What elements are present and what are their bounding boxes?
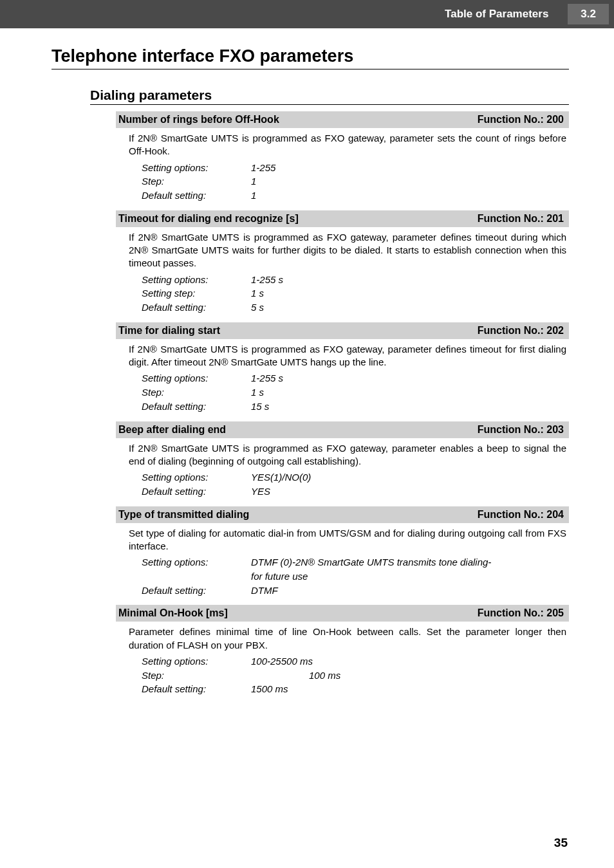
parameter-description: If 2N® SmartGate UMTS is programmed as F… <box>116 132 569 161</box>
parameter-setting-row: Default setting:5 s <box>116 300 569 315</box>
parameter-title: Timeout for dialing end recognize [s] <box>118 213 299 225</box>
setting-value: 1500 ms <box>251 682 569 696</box>
parameter-function-number: Function No.: 204 <box>478 509 564 521</box>
parameter-setting-row: Setting step:1 s <box>116 286 569 300</box>
setting-label: Step: <box>142 174 251 189</box>
parameter-setting-row: Setting options:YES(1)/NO(0) <box>116 470 569 485</box>
parameter-title: Time for dialing start <box>118 325 220 337</box>
setting-value: YES <box>251 485 569 499</box>
parameter-description: Parameter defines minimal time of line O… <box>116 625 569 654</box>
parameter-block: Number of rings before Off-HookFunction … <box>116 111 569 203</box>
setting-value: 1 <box>251 174 569 189</box>
setting-label: Setting options: <box>142 161 251 175</box>
header-bar: Table of Parameters 3.2 <box>0 0 614 28</box>
setting-label: Default setting: <box>142 189 251 203</box>
setting-label: Setting options: <box>142 555 251 569</box>
parameter-setting-row: Default setting:YES <box>116 485 569 499</box>
setting-label: Default setting: <box>142 485 251 499</box>
setting-value-extra: for future use <box>116 569 569 584</box>
parameter-title: Type of transmitted dialing <box>118 509 249 521</box>
setting-label: Default setting: <box>142 300 251 315</box>
setting-label: Setting step: <box>142 286 251 300</box>
parameter-title: Minimal On-Hook [ms] <box>118 607 228 619</box>
parameter-setting-row: Default setting:15 s <box>116 400 569 414</box>
setting-label: Default setting: <box>142 584 251 598</box>
parameter-header: Time for dialing startFunction No.: 202 <box>116 322 569 339</box>
parameter-setting-row: Setting options:DTMF (0)-2N® SmartGate U… <box>116 555 569 569</box>
setting-value: 1 s <box>251 286 569 300</box>
parameter-block: Minimal On-Hook [ms]Function No.: 205Par… <box>116 605 569 696</box>
setting-label: Step: <box>142 385 251 400</box>
setting-value: 1-255 s <box>251 371 569 385</box>
parameter-description: If 2N® SmartGate UMTS is programmed as F… <box>116 343 569 372</box>
parameter-header: Minimal On-Hook [ms]Function No.: 205 <box>116 605 569 622</box>
setting-value: 15 s <box>251 400 569 414</box>
setting-value: DTMF (0)-2N® SmartGate UMTS transmits to… <box>251 555 569 569</box>
parameter-function-number: Function No.: 200 <box>478 114 564 125</box>
setting-label: Setting options: <box>142 654 251 669</box>
setting-value: YES(1)/NO(0) <box>251 470 569 485</box>
setting-value: 1 <box>251 189 569 203</box>
setting-label: Setting options: <box>142 273 251 287</box>
page-number: 35 <box>554 836 568 850</box>
setting-label: Step: <box>142 669 251 683</box>
parameter-setting-row: Setting options:1-255 s <box>116 371 569 385</box>
setting-value: 1-255 s <box>251 273 569 287</box>
parameter-setting-row: Step:1 s <box>116 385 569 400</box>
parameter-description: If 2N® SmartGate UMTS is programmed as F… <box>116 231 569 273</box>
header-title: Table of Parameters <box>445 8 568 21</box>
parameter-description: If 2N® SmartGate UMTS is programmed as F… <box>116 442 569 471</box>
parameter-function-number: Function No.: 201 <box>478 213 564 225</box>
parameter-header: Beep after dialing endFunction No.: 203 <box>116 421 569 438</box>
parameter-function-number: Function No.: 205 <box>478 607 564 619</box>
setting-label: Setting options: <box>142 470 251 485</box>
setting-value: 100 ms <box>251 669 569 683</box>
parameter-block: Type of transmitted dialingFunction No.:… <box>116 506 569 598</box>
header-section-number: 3.2 <box>568 4 609 24</box>
parameter-title: Number of rings before Off-Hook <box>118 114 279 125</box>
setting-label: Default setting: <box>142 400 251 414</box>
h1-rule <box>51 69 569 69</box>
parameter-setting-row: Setting options:1-255 <box>116 161 569 175</box>
setting-value: 100-25500 ms <box>251 654 569 669</box>
parameter-setting-row: Default setting:1500 ms <box>116 682 569 696</box>
parameter-header: Type of transmitted dialingFunction No.:… <box>116 506 569 523</box>
setting-value: 5 s <box>251 300 569 315</box>
parameter-function-number: Function No.: 203 <box>478 424 564 436</box>
parameter-setting-row: Step:100 ms <box>116 669 569 683</box>
parameter-block: Timeout for dialing end recognize [s]Fun… <box>116 210 569 315</box>
page-content: Telephone interface FXO parameters Diali… <box>0 46 614 696</box>
setting-label: Setting options: <box>142 371 251 385</box>
parameter-header: Number of rings before Off-HookFunction … <box>116 111 569 128</box>
setting-value: DTMF <box>251 584 569 598</box>
parameter-setting-row: Setting options:1-255 s <box>116 273 569 287</box>
parameter-setting-row: Setting options:100-25500 ms <box>116 654 569 669</box>
parameter-function-number: Function No.: 202 <box>478 325 564 337</box>
parameter-block: Time for dialing startFunction No.: 202I… <box>116 322 569 414</box>
h2-rule <box>90 104 569 105</box>
parameter-block: Beep after dialing endFunction No.: 203I… <box>116 421 569 499</box>
setting-label: Default setting: <box>142 682 251 696</box>
setting-value: 1 s <box>251 385 569 400</box>
page-heading: Telephone interface FXO parameters <box>51 46 569 66</box>
parameter-setting-row: Step:1 <box>116 174 569 189</box>
section-heading: Dialing parameters <box>90 88 569 103</box>
setting-value: 1-255 <box>251 161 569 175</box>
parameter-setting-row: Default setting:DTMF <box>116 584 569 598</box>
parameter-description: Set type of dialing for automatic dial-i… <box>116 527 569 556</box>
parameter-title: Beep after dialing end <box>118 424 226 436</box>
parameter-setting-row: Default setting:1 <box>116 189 569 203</box>
parameter-header: Timeout for dialing end recognize [s]Fun… <box>116 210 569 227</box>
